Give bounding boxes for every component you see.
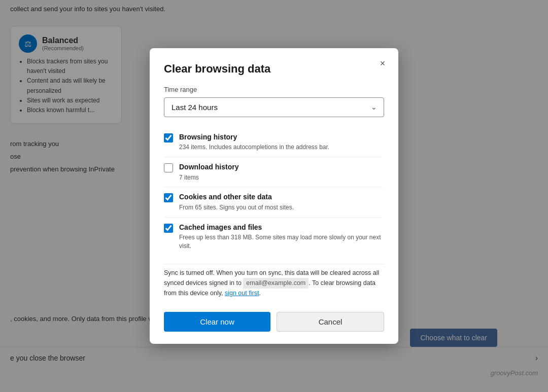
checkbox-browsing_history[interactable] <box>164 133 173 142</box>
checkbox-wrapper <box>164 133 173 145</box>
checkboxes-scroll-area[interactable]: Browsing history234 items. Includes auto… <box>164 127 384 256</box>
checkbox-cookies[interactable] <box>164 193 173 202</box>
checkbox-label-cached: Cached images and files <box>179 223 382 233</box>
checkbox-item: Cookies and other site dataFrom 65 sites… <box>164 187 382 217</box>
checkbox-text-group: Download history7 items <box>179 162 382 182</box>
time-range-select-container: Last hourLast 24 hoursLast 7 daysLast 4 … <box>164 97 384 117</box>
sync-notice-text: Sync is turned off. When you turn on syn… <box>164 264 384 302</box>
sign-out-first-link[interactable]: sign out first <box>225 290 259 297</box>
checkbox-download_history[interactable] <box>164 163 173 172</box>
modal-overlay: × Clear browsing data Time range Last ho… <box>0 0 548 392</box>
clear-now-button[interactable]: Clear now <box>164 312 270 332</box>
checkbox-wrapper <box>164 163 173 174</box>
checkbox-item: Browsing history234 items. Includes auto… <box>164 127 382 157</box>
checkbox-cached[interactable] <box>164 224 173 233</box>
checkbox-desc-cookies: From 65 sites. Signs you out of most sit… <box>179 203 382 212</box>
checkbox-desc-browsing_history: 234 items. Includes autocompletions in t… <box>179 143 382 152</box>
modal-actions-area: Clear now Cancel <box>164 312 384 332</box>
checkbox-text-group: Cached images and filesFrees up less tha… <box>179 223 382 251</box>
checkbox-desc-cached: Frees up less than 318 MB. Some sites ma… <box>179 233 382 251</box>
checkbox-desc-download_history: 7 items <box>179 173 382 182</box>
sync-email-placeholder: email@example.com <box>243 278 309 289</box>
modal-close-button[interactable]: × <box>375 56 390 72</box>
time-range-select[interactable]: Last hourLast 24 hoursLast 7 daysLast 4 … <box>164 97 384 117</box>
checkbox-label-browsing_history: Browsing history <box>179 132 382 142</box>
checkbox-wrapper <box>164 224 173 235</box>
cancel-button[interactable]: Cancel <box>277 312 384 332</box>
time-range-label: Time range <box>164 86 384 93</box>
checkbox-item: Download history7 items <box>164 157 382 187</box>
checkbox-wrapper <box>164 193 173 204</box>
clear-browsing-data-modal: × Clear browsing data Time range Last ho… <box>150 48 398 344</box>
checkbox-text-group: Cookies and other site dataFrom 65 sites… <box>179 192 382 211</box>
checkbox-text-group: Browsing history234 items. Includes auto… <box>179 132 382 152</box>
modal-title: Clear browsing data <box>164 62 384 76</box>
checkbox-label-download_history: Download history <box>179 162 382 172</box>
checkbox-label-cookies: Cookies and other site data <box>179 192 382 202</box>
checkbox-item: Cached images and filesFrees up less tha… <box>164 218 382 256</box>
